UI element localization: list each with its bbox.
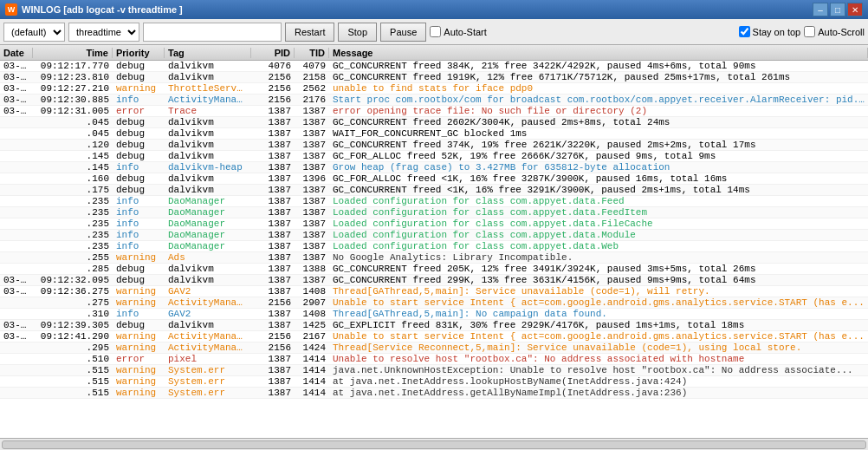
header-tag: Tag xyxy=(165,48,251,58)
log-cell: 2562 xyxy=(295,83,329,94)
autostart-checkbox-label[interactable]: Auto-Start xyxy=(430,26,487,37)
autoscroll-checkbox-label[interactable]: Auto-Scroll xyxy=(804,26,865,37)
table-row[interactable]: .515warningSystem.err13871414at java.net… xyxy=(0,388,868,399)
log-cell: 1387 xyxy=(251,230,295,240)
table-row[interactable]: .175debugdalvikvm13871387GC_CONCURRENT f… xyxy=(0,185,868,196)
log-cell: GC_EXPLICIT freed 831K, 30% free 2929K/4… xyxy=(329,320,868,330)
filter-input[interactable] xyxy=(143,23,282,42)
log-cell: 1387 xyxy=(251,376,295,387)
table-row[interactable]: .255warningAds13871387No Google Analytic… xyxy=(0,252,868,264)
log-cell: 09:12:32.095 xyxy=(33,275,113,285)
log-cell: ActivityManager xyxy=(165,297,251,308)
table-row[interactable]: 03-1109:12:36.275warningGAV213871408Thre… xyxy=(0,286,868,297)
table-row[interactable]: 03-1109:12:39.305debugdalvikvm13871425GC… xyxy=(0,320,868,331)
profile-dropdown[interactable]: (default) xyxy=(3,23,65,42)
log-cell: Grow heap (frag case) to 3.427MB for 635… xyxy=(329,162,868,173)
table-row[interactable]: .235infoDaoManager13871387Loaded configu… xyxy=(0,230,868,241)
log-cell: debug xyxy=(113,61,165,71)
stayontop-checkbox[interactable] xyxy=(739,26,750,37)
log-cell: .275 xyxy=(33,297,113,308)
log-cell: 1396 xyxy=(295,173,329,184)
table-row[interactable]: .145debugdalvikvm13871387GC_FOR_ALLOC fr… xyxy=(0,151,868,162)
minimize-button[interactable]: – xyxy=(813,3,828,16)
log-cell: GC_CONCURRENT freed 299K, 13% free 3631K… xyxy=(329,275,868,285)
table-row[interactable]: .160debugdalvikvm13871396GC_FOR_ALLOC fr… xyxy=(0,173,868,185)
log-cell: 1424 xyxy=(295,342,329,353)
log-cell: at java.net.InetAddress.lookupHostByName… xyxy=(329,376,868,387)
restart-button[interactable]: Restart xyxy=(285,23,334,42)
table-row[interactable]: 03-1109:12:17.770debugdalvikvm40764079GC… xyxy=(0,61,868,72)
log-cell: at java.net.InetAddress.getAllByNameImpl… xyxy=(329,388,868,398)
table-row[interactable]: .295warningActivityManager21561424Thread… xyxy=(0,342,868,354)
table-row[interactable]: .145infodalvikvm-heap13871387Grow heap (… xyxy=(0,162,868,173)
log-cell: 2156 xyxy=(251,331,295,342)
log-cell: GC_CONCURRENT freed 384K, 21% free 3422K… xyxy=(329,61,868,71)
table-row[interactable]: .285debugdalvikvm13871388GC_CONCURRENT f… xyxy=(0,264,868,275)
table-row[interactable]: .275warningActivityManager21562907Unable… xyxy=(0,297,868,309)
stayontop-checkbox-label[interactable]: Stay on top xyxy=(739,26,801,37)
pause-button[interactable]: Pause xyxy=(380,23,426,42)
table-row[interactable]: .120debugdalvikvm13871387GC_CONCURRENT f… xyxy=(0,140,868,151)
table-row[interactable]: 03-1109:12:41.290warningActivityManager2… xyxy=(0,331,868,342)
table-header: Date Time Priority Tag PID TID Message xyxy=(0,45,868,61)
log-cell: 1387 xyxy=(295,241,329,251)
log-cell: error xyxy=(113,106,165,116)
log-cell: 1388 xyxy=(295,264,329,274)
horizontal-scrollbar[interactable] xyxy=(2,440,866,449)
table-row[interactable]: .235infoDaoManager13871387Loaded configu… xyxy=(0,207,868,218)
table-row[interactable]: .510errorpixel13871414Unable to resolve … xyxy=(0,354,868,365)
log-body[interactable]: 03-1109:12:17.770debugdalvikvm40764079GC… xyxy=(0,61,868,438)
log-cell: unable to find stats for iface pdp0 xyxy=(329,83,868,94)
log-cell: 09:12:36.275 xyxy=(33,286,113,297)
log-cell: warning xyxy=(113,365,165,375)
title-buttons: – □ ✕ xyxy=(813,3,863,16)
log-cell: DaoManager xyxy=(165,230,251,240)
log-cell: Loaded configuration for class com.appye… xyxy=(329,207,868,218)
log-cell: 1387 xyxy=(251,162,295,173)
autostart-label: Auto-Start xyxy=(444,27,487,37)
close-button[interactable]: ✕ xyxy=(847,3,863,16)
autostart-checkbox[interactable] xyxy=(430,26,441,37)
table-row[interactable]: .235infoDaoManager13871387Loaded configu… xyxy=(0,241,868,252)
header-pid: PID xyxy=(251,48,295,58)
log-cell: debug xyxy=(113,151,165,161)
log-cell: 1387 xyxy=(295,151,329,161)
log-cell: 1387 xyxy=(295,185,329,195)
table-row[interactable]: .235infoDaoManager13871387Loaded configu… xyxy=(0,196,868,207)
log-cell: warning xyxy=(113,297,165,308)
table-row[interactable]: .045debugdalvikvm13871387GC_CONCURRENT f… xyxy=(0,117,868,128)
log-cell: 2156 xyxy=(251,95,295,105)
log-cell: dalvikvm xyxy=(165,128,251,139)
log-cell: 1387 xyxy=(295,117,329,127)
table-row[interactable]: 03-1109:12:31.005errorTrace13871387error… xyxy=(0,106,868,117)
table-row[interactable]: .235infoDaoManager13871387Loaded configu… xyxy=(0,218,868,230)
table-row[interactable]: 03-1109:12:32.095debugdalvikvm13871387GC… xyxy=(0,275,868,286)
table-row[interactable]: 03-1109:12:30.885infoActivityManager2156… xyxy=(0,95,868,106)
log-cell: .145 xyxy=(33,151,113,161)
log-cell: 03-11 xyxy=(0,95,33,105)
log-cell: dalvikvm xyxy=(165,173,251,184)
stop-button[interactable]: Stop xyxy=(338,23,377,42)
table-row[interactable]: .310infoGAV213871408Thread[GAThread,5,ma… xyxy=(0,309,868,320)
table-row[interactable]: .515warningSystem.err13871414java.net.Un… xyxy=(0,365,868,376)
log-cell: GC_CONCURRENT freed <1K, 16% free 3291K/… xyxy=(329,185,868,195)
log-cell: .235 xyxy=(33,241,113,251)
table-row[interactable]: 03-1109:12:27.210warningThrottleService2… xyxy=(0,83,868,95)
log-cell: 1387 xyxy=(251,196,295,206)
table-row[interactable]: .515warningSystem.err13871414at java.net… xyxy=(0,376,868,388)
filter-dropdown[interactable]: threadtime xyxy=(68,23,139,42)
log-cell: Thread[GAThread,5,main]: No campaign dat… xyxy=(329,309,868,319)
log-cell: .120 xyxy=(33,140,113,150)
maximize-button[interactable]: □ xyxy=(830,3,845,16)
log-cell: 1387 xyxy=(251,286,295,297)
log-cell: Loaded configuration for class com.appye… xyxy=(329,241,868,251)
log-cell: 1414 xyxy=(295,376,329,387)
log-cell: 1408 xyxy=(295,309,329,319)
log-cell: 1387 xyxy=(295,230,329,240)
stayontop-label: Stay on top xyxy=(753,27,801,37)
table-row[interactable]: 03-1109:12:23.810debugdalvikvm21562158GC… xyxy=(0,72,868,83)
log-cell: error xyxy=(113,354,165,364)
log-cell: 09:12:31.005 xyxy=(33,106,113,116)
autoscroll-checkbox[interactable] xyxy=(804,26,815,37)
table-row[interactable]: .045debugdalvikvm13871387WAIT_FOR_CONCUR… xyxy=(0,128,868,140)
